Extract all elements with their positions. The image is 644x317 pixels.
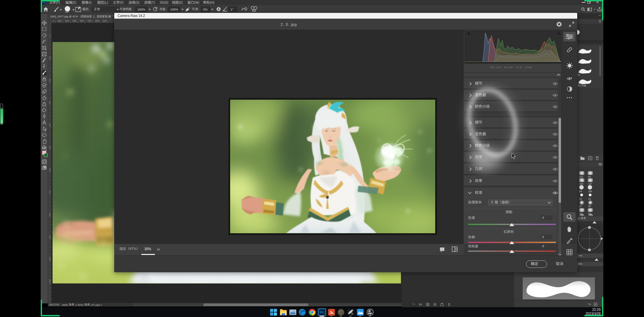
svg-text:Ps: Ps bbox=[320, 311, 324, 314]
